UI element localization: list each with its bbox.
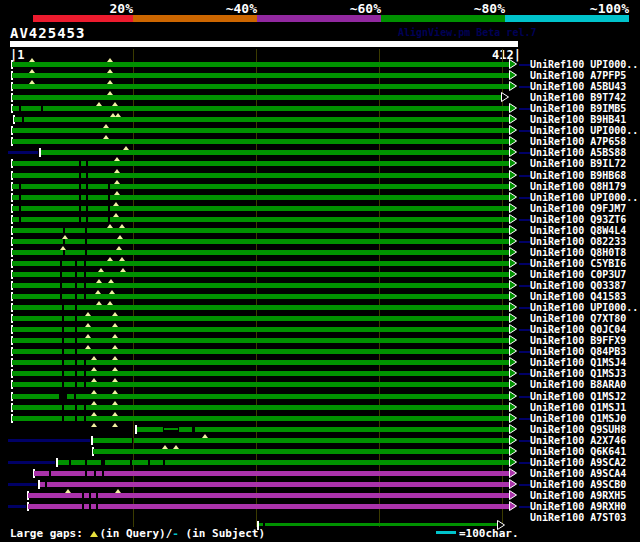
alignment-bar-segment bbox=[64, 382, 75, 387]
alignment-bar-segment bbox=[88, 217, 108, 222]
hit-label[interactable]: UniRef100_A7ST03 bbox=[530, 512, 640, 523]
arrow-end-icon bbox=[509, 225, 518, 235]
alignment-bar-segment bbox=[12, 416, 62, 421]
alignment-bar-segment bbox=[64, 360, 75, 365]
gap-triangle-icon bbox=[112, 345, 118, 349]
alignment-bar-segment bbox=[77, 382, 84, 387]
alignment-bar-segment bbox=[64, 416, 75, 421]
alignment-bar-segment bbox=[110, 195, 510, 200]
gap-legend: Large gaps: (in Query)/- (in Subject) bbox=[10, 527, 265, 540]
legend-prefix: Large gaps: bbox=[10, 527, 89, 540]
alignment-bar-segment bbox=[62, 272, 75, 277]
gap-triangle-icon bbox=[96, 301, 102, 305]
alignment-bar-segment bbox=[104, 471, 510, 476]
arrow-end-icon bbox=[509, 379, 518, 389]
navy-lead-segment bbox=[8, 151, 38, 154]
alignment-bar-segment bbox=[12, 62, 510, 67]
arrow-end-icon bbox=[509, 147, 518, 157]
percent-label: ~60% bbox=[321, 1, 381, 14]
hit-label[interactable]: UniRef100_B8ARA0 bbox=[530, 379, 640, 390]
gap-triangle-icon bbox=[115, 113, 121, 117]
gap-triangle-icon bbox=[202, 434, 208, 438]
arrow-end-icon bbox=[509, 170, 518, 180]
alignment-bar-segment bbox=[12, 139, 510, 144]
scale-segment bbox=[133, 15, 257, 22]
alignment-bar-segment bbox=[91, 493, 96, 498]
gap-triangle-icon bbox=[119, 257, 125, 261]
alignment-bar-segment bbox=[67, 394, 74, 399]
arrow-end-icon bbox=[509, 258, 518, 268]
alignment-bar-segment bbox=[86, 294, 510, 299]
gap-triangle-icon bbox=[95, 290, 101, 294]
alignment-bar-segment bbox=[12, 360, 62, 365]
alignment-bar-segment bbox=[86, 382, 510, 387]
alignment-bar-segment bbox=[12, 371, 62, 376]
alignment-bar-segment bbox=[12, 128, 510, 133]
alignment-bar-segment bbox=[110, 206, 510, 211]
gap-triangle-icon bbox=[29, 58, 35, 62]
alignment-bar-segment bbox=[77, 316, 510, 321]
arrow-end-icon bbox=[509, 214, 518, 224]
alignment-bar-segment bbox=[12, 382, 62, 387]
alignment-bar-segment bbox=[81, 217, 86, 222]
arrow-end-icon bbox=[509, 247, 518, 257]
alignment-bar-segment bbox=[137, 427, 163, 432]
gap-triangle-icon bbox=[60, 246, 66, 250]
alignment-bar-segment bbox=[77, 305, 510, 310]
alignment-bar-segment bbox=[77, 371, 84, 376]
gap-triangle-icon bbox=[91, 356, 97, 360]
alignment-bar-segment bbox=[12, 95, 502, 100]
gap-triangle-icon bbox=[107, 69, 113, 73]
scale-segment bbox=[381, 15, 505, 22]
alignment-bar-segment bbox=[86, 360, 510, 365]
arrow-end-icon bbox=[509, 324, 518, 334]
alignment-bar-segment bbox=[12, 338, 62, 343]
alignment-bar-segment bbox=[195, 427, 510, 432]
alignment-bar-segment bbox=[62, 261, 75, 266]
alignment-bar-segment bbox=[12, 195, 19, 200]
alignment-bar-segment bbox=[86, 283, 510, 288]
gap-triangle-icon bbox=[112, 323, 118, 327]
alignment-bar-segment bbox=[71, 460, 85, 465]
alignment-bar-segment bbox=[12, 305, 62, 310]
alignment-bar-thin-segment bbox=[164, 428, 178, 430]
alignment-bar-segment bbox=[12, 294, 60, 299]
arrow-end-icon bbox=[509, 192, 518, 202]
arrow-end-icon bbox=[509, 158, 518, 168]
gap-triangle-icon bbox=[114, 157, 120, 161]
gap-triangle-icon bbox=[85, 345, 91, 349]
navy-lead-segment bbox=[8, 483, 37, 486]
gap-triangle-icon bbox=[162, 445, 168, 449]
navy-lead-segment bbox=[8, 461, 55, 464]
alignment-bar-segment bbox=[98, 504, 510, 509]
gap-triangle-icon bbox=[112, 412, 118, 416]
arrow-end-icon bbox=[509, 313, 518, 323]
gap-triangle-icon bbox=[107, 224, 113, 228]
arrow-end-icon bbox=[509, 302, 518, 312]
hit-label[interactable]: UniRef100_B9IL72 bbox=[530, 158, 640, 169]
alignment-bar-segment bbox=[87, 460, 101, 465]
arrow-end-icon bbox=[509, 269, 518, 279]
gap-triangle-icon bbox=[91, 412, 97, 416]
alignment-bar-segment bbox=[28, 493, 82, 498]
alignment-bar-segment bbox=[21, 195, 79, 200]
alignment-bar-segment bbox=[12, 394, 59, 399]
arrow-end-icon bbox=[509, 335, 518, 345]
gap-triangle-icon bbox=[107, 58, 113, 62]
alignment-bar-segment bbox=[179, 427, 192, 432]
alignment-bar-segment bbox=[12, 250, 63, 255]
alignment-bar-segment bbox=[65, 228, 85, 233]
alignment-bar-segment bbox=[65, 250, 85, 255]
alignment-bar-segment bbox=[98, 493, 510, 498]
alignment-bar-segment bbox=[12, 228, 63, 233]
arrow-end-icon bbox=[509, 236, 518, 246]
arrow-end-icon bbox=[509, 346, 518, 356]
scalebar-label: =100char. bbox=[459, 527, 519, 540]
arrow-end-icon bbox=[509, 490, 518, 500]
alignment-bar-segment bbox=[132, 460, 148, 465]
gap-triangle-icon bbox=[114, 169, 120, 173]
alignment-row[interactable]: UniRef100_A7ST03 bbox=[0, 511, 640, 524]
legend-subject-text: (in Subject) bbox=[179, 527, 265, 540]
alignment-bar-segment bbox=[58, 460, 69, 465]
alignment-bar-segment bbox=[64, 316, 75, 321]
